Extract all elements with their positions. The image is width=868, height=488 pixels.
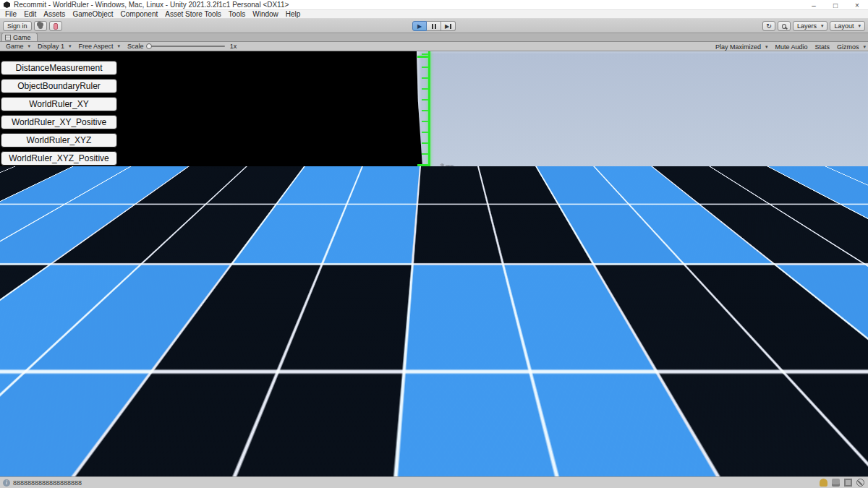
menu-item-gameobject[interactable]: GameObject bbox=[69, 10, 116, 19]
mute-audio-toggle[interactable]: Mute Audio bbox=[775, 43, 807, 51]
chevron-down-icon: ▾ bbox=[69, 43, 72, 49]
scale-slider[interactable] bbox=[147, 46, 225, 47]
instruction-message: Click on the object to automatically mea… bbox=[8, 421, 352, 434]
x-ruler-label: 3m bbox=[718, 244, 733, 257]
ruler-button-panel: DistanceMeasurement ObjectBoundaryRuler … bbox=[1, 61, 118, 205]
message-overlay bbox=[0, 410, 868, 476]
game-mode-dropdown[interactable]: Game ▾ bbox=[2, 42, 34, 51]
version-control-icon bbox=[54, 23, 58, 30]
menu-item-file[interactable]: File bbox=[1, 10, 20, 19]
menu-bar: File Edit Assets GameObject Component As… bbox=[0, 10, 868, 19]
display-dropdown[interactable]: Display 1 ▾ bbox=[34, 42, 75, 51]
x-ruler-label: 2m bbox=[200, 251, 217, 265]
y-ruler-label: 1m bbox=[438, 359, 453, 371]
status-bar-icons bbox=[820, 479, 864, 487]
x-ruler-label: 1m bbox=[522, 247, 538, 260]
button-worldruler-xz-positive[interactable]: WorldRuler_XZ _Positive bbox=[1, 187, 117, 202]
x-ruler-label: 1m bbox=[310, 251, 327, 265]
game-toolbar-right: Play Maximized ▾ Mute Audio Stats Gizmos… bbox=[715, 42, 866, 51]
title-bar: Recommit - WorldRuler - Windows, Mac, Li… bbox=[0, 0, 868, 10]
button-worldruler-xyz[interactable]: WorldRuler_XYZ bbox=[1, 133, 117, 147]
y-ruler-label: 1m bbox=[439, 160, 454, 173]
close-button[interactable]: × bbox=[846, 0, 868, 10]
aspect-ratio-dropdown[interactable]: Free Aspect ▾ bbox=[75, 42, 124, 51]
cloud-icon bbox=[38, 25, 43, 29]
menu-item-tools[interactable]: Tools bbox=[225, 10, 249, 19]
chevron-down-icon: ▾ bbox=[858, 23, 861, 29]
mouse-cursor bbox=[426, 272, 435, 285]
toolbar-left-group: Sign in bbox=[3, 21, 62, 31]
pause-icon bbox=[432, 24, 433, 29]
chevron-down-icon: ▾ bbox=[765, 44, 768, 50]
x-ruler-label: 2m bbox=[619, 245, 635, 258]
unity-logo-icon bbox=[4, 1, 10, 8]
game-viewport[interactable]: 3m 2m 1m 0m 1m 2m 3m 4m 1m 1m 2m Distanc… bbox=[0, 51, 868, 476]
button-worldruler-xyz-positive[interactable]: WorldRuler_XYZ_Positive bbox=[1, 151, 117, 166]
menu-item-component[interactable]: Component bbox=[117, 10, 162, 19]
main-toolbar: Sign in ▶ ▶ ↻ Layers ▾ bbox=[0, 19, 868, 33]
pause-button[interactable] bbox=[427, 21, 441, 31]
game-view-icon bbox=[5, 35, 11, 40]
instruction-message: Rotate the camera with the left mouse bu… bbox=[8, 449, 571, 461]
button-worldruler-xy-positive[interactable]: WorldRuler_XY_Positive bbox=[1, 115, 117, 129]
info-icon: i bbox=[3, 479, 10, 487]
tab-strip: Game bbox=[0, 33, 868, 42]
layout-dropdown[interactable]: Layout ▾ bbox=[830, 21, 865, 31]
notification-bell-icon[interactable] bbox=[820, 479, 827, 487]
x-ruler-label: 4m bbox=[810, 242, 826, 255]
chevron-down-icon: ▾ bbox=[821, 23, 824, 29]
button-object-boundary-ruler[interactable]: ObjectBoundaryRuler bbox=[1, 79, 117, 93]
menu-item-help[interactable]: Help bbox=[282, 10, 305, 19]
sign-in-button[interactable]: Sign in bbox=[3, 21, 32, 31]
menu-item-edit[interactable]: Edit bbox=[20, 10, 40, 19]
step-button[interactable]: ▶ bbox=[441, 21, 456, 31]
toolbar-right-group: ↻ Layers ▾ Layout ▾ bbox=[762, 21, 865, 31]
cloud-button[interactable] bbox=[34, 21, 47, 31]
search-button[interactable] bbox=[778, 21, 791, 31]
window-controls: – □ × bbox=[803, 0, 868, 10]
layers-dropdown[interactable]: Layers ▾ bbox=[793, 21, 828, 31]
x-ruler-label: 3m bbox=[84, 250, 101, 265]
status-message[interactable]: 8888888888888888888 bbox=[13, 479, 82, 487]
unity-editor-window: Recommit - WorldRuler - Windows, Mac, Li… bbox=[0, 0, 868, 488]
window-title: Recommit - WorldRuler - Windows, Mac, Li… bbox=[14, 1, 289, 9]
stats-toggle[interactable]: Stats bbox=[814, 43, 830, 51]
menu-item-asset-store-tools[interactable]: Asset Store Tools bbox=[161, 10, 225, 19]
step-icon: ▶ bbox=[445, 23, 449, 30]
button-worldruler-xz[interactable]: WorldRuler_XZ bbox=[1, 169, 117, 184]
maximize-button[interactable]: □ bbox=[825, 0, 846, 10]
scale-control: Scale 1x bbox=[124, 42, 240, 51]
status-bar: i 8888888888888888888 bbox=[0, 476, 868, 488]
scale-label: Scale bbox=[127, 43, 144, 50]
scale-slider-knob[interactable] bbox=[146, 43, 152, 49]
menu-item-window[interactable]: Window bbox=[249, 10, 282, 19]
x-ruler-label: 0m bbox=[437, 248, 453, 261]
minimize-button[interactable]: – bbox=[803, 0, 825, 10]
search-icon bbox=[782, 24, 786, 29]
menu-item-assets[interactable]: Assets bbox=[40, 10, 69, 19]
chevron-down-icon: ▾ bbox=[863, 44, 866, 50]
play-button[interactable]: ▶ bbox=[412, 21, 427, 31]
version-control-button[interactable] bbox=[49, 21, 62, 31]
cancel-icon[interactable] bbox=[856, 479, 864, 487]
profiler-icon[interactable] bbox=[844, 479, 852, 487]
play-maximized-dropdown[interactable]: Play Maximized ▾ bbox=[715, 43, 768, 51]
chevron-down-icon: ▾ bbox=[118, 43, 121, 49]
gizmos-dropdown[interactable]: Gizmos ▾ bbox=[837, 43, 866, 51]
button-worldruler-xy[interactable]: WorldRuler_XY bbox=[1, 97, 117, 111]
button-distance-measurement[interactable]: DistanceMeasurement bbox=[1, 61, 117, 75]
game-view-toolbar: Game ▾ Display 1 ▾ Free Aspect ▾ Scale 1… bbox=[0, 42, 868, 51]
package-manager-icon[interactable] bbox=[832, 479, 840, 487]
undo-history-button[interactable]: ↻ bbox=[762, 21, 775, 31]
sky bbox=[417, 51, 868, 252]
scale-value: 1x bbox=[230, 43, 237, 50]
chevron-down-icon: ▾ bbox=[28, 43, 31, 49]
tab-game[interactable]: Game bbox=[1, 33, 38, 41]
play-mode-controls: ▶ ▶ bbox=[412, 21, 456, 31]
